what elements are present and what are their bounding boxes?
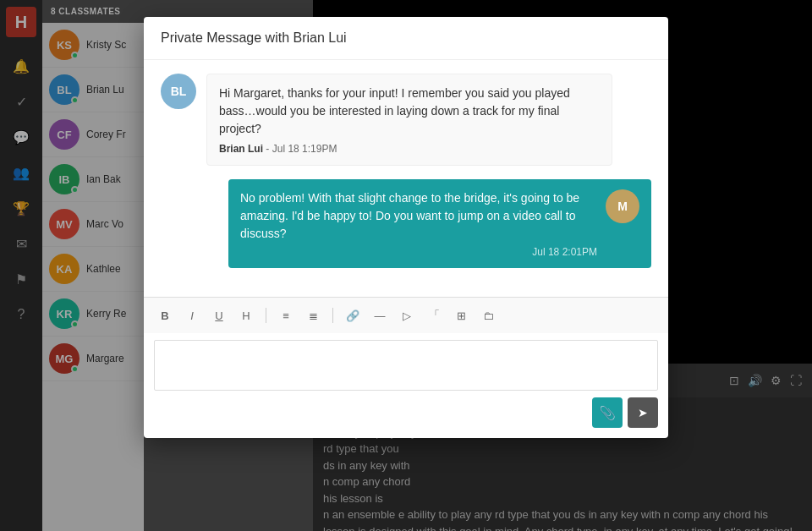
sender-name: Brian Lui bbox=[219, 143, 263, 155]
bold-button[interactable]: B bbox=[154, 304, 176, 326]
sender-avatar-sent: M bbox=[606, 189, 639, 223]
modal-overlay: Private Message with Brian Lui BL Hi Mar… bbox=[0, 0, 812, 531]
horizontal-rule-button[interactable]: — bbox=[369, 304, 391, 326]
message-meta: Brian Lui - Jul 18 1:19PM bbox=[219, 143, 600, 155]
compose-input[interactable] bbox=[154, 340, 658, 391]
modal-header: Private Message with Brian Lui bbox=[144, 17, 668, 60]
quote-button[interactable]: 「 bbox=[423, 304, 445, 326]
table-button[interactable]: ⊞ bbox=[450, 304, 472, 326]
underline-button[interactable]: U bbox=[208, 304, 230, 326]
heading-button[interactable]: H bbox=[235, 304, 257, 326]
sent-content: No problem! With that slight change to t… bbox=[240, 189, 597, 258]
compose-area: 📎 ➤ bbox=[144, 333, 668, 438]
media-button[interactable]: ▷ bbox=[396, 304, 418, 326]
message-sent: No problem! With that slight change to t… bbox=[161, 179, 651, 268]
ordered-list-button[interactable]: ≣ bbox=[302, 304, 324, 326]
message-bubble-received: Hi Margaret, thanks for your input! I re… bbox=[206, 74, 612, 166]
link-button[interactable]: 🔗 bbox=[342, 304, 364, 326]
message-text: No problem! With that slight change to t… bbox=[240, 189, 597, 243]
send-button[interactable]: ➤ bbox=[628, 397, 658, 428]
file-button[interactable]: 🗀 bbox=[477, 304, 499, 326]
message-received: BL Hi Margaret, thanks for your input! I… bbox=[161, 74, 651, 166]
message-toolbar: B I U H ≡ ≣ 🔗 — ▷ 「 ⊞ 🗀 bbox=[144, 297, 668, 333]
compose-actions: 📎 ➤ bbox=[154, 397, 658, 428]
italic-button[interactable]: I bbox=[181, 304, 203, 326]
toolbar-divider bbox=[332, 308, 333, 323]
sender-avatar: BL bbox=[161, 74, 196, 109]
private-message-modal: Private Message with Brian Lui BL Hi Mar… bbox=[144, 17, 668, 438]
message-bubble-sent: No problem! With that slight change to t… bbox=[228, 179, 651, 268]
message-meta: Jul 18 2:01PM bbox=[240, 246, 597, 258]
attach-button[interactable]: 📎 bbox=[592, 397, 623, 428]
message-list: BL Hi Margaret, thanks for your input! I… bbox=[144, 60, 668, 297]
bullet-list-button[interactable]: ≡ bbox=[275, 304, 297, 326]
toolbar-divider bbox=[266, 308, 266, 323]
message-text: Hi Margaret, thanks for your input! I re… bbox=[219, 85, 600, 138]
